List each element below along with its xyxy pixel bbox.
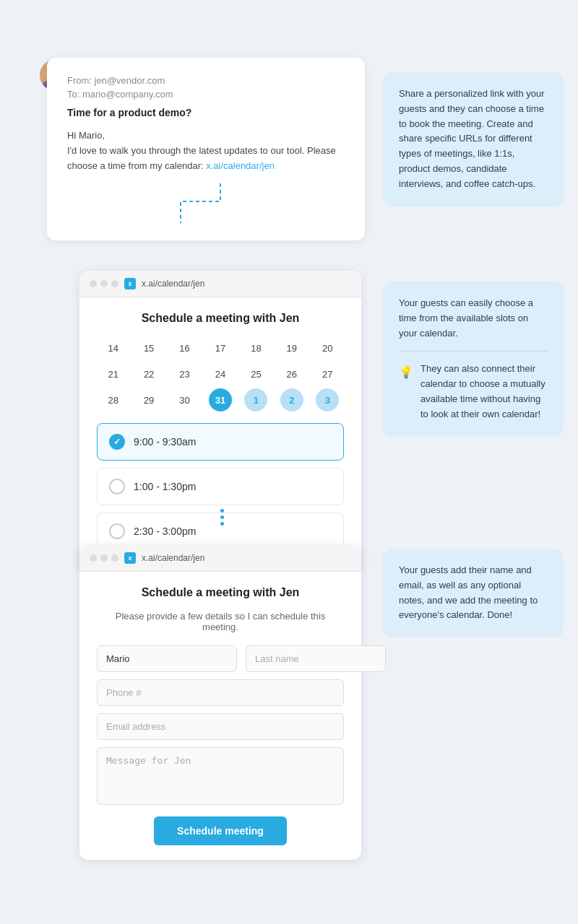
browser-body-1: Schedule a meeting with Jen 14 15 16 17 …: [79, 297, 361, 572]
calendar-grid: 14 15 16 17 18 19 20 21 22 23 24 25 26 2…: [97, 336, 344, 411]
name-row: [97, 645, 344, 672]
dot-4: [90, 554, 97, 562]
cal-31[interactable]: 31: [209, 388, 232, 411]
cal-30[interactable]: 30: [173, 388, 197, 411]
dot-5: [100, 554, 108, 562]
dot-6: [111, 554, 118, 562]
calendar-browser: x x.ai/calendar/jen Schedule a meeting w…: [79, 271, 361, 572]
cal-18[interactable]: 18: [244, 336, 267, 359]
cal-26[interactable]: 26: [280, 362, 303, 385]
dot-v-3: [220, 522, 224, 526]
time-label-1: 9:00 - 9:30am: [134, 436, 196, 448]
email-from: From: jen@vendor.com: [67, 75, 345, 86]
time-slot-1[interactable]: 9:00 - 9:30am: [97, 423, 344, 461]
browser-logo-1: x: [124, 278, 136, 289]
dot-v-1: [220, 509, 224, 513]
browser-dots-2: [90, 554, 118, 562]
cal-17[interactable]: 17: [209, 336, 232, 359]
dot-3: [111, 280, 118, 287]
browser-body-2: Schedule a meeting with Jen Please provi…: [79, 572, 361, 860]
cal-1[interactable]: 1: [244, 388, 267, 411]
cal-2[interactable]: 2: [280, 388, 303, 411]
phone-row: [97, 679, 344, 706]
cal-24[interactable]: 24: [209, 362, 232, 385]
time-slot-2[interactable]: 1:00 - 1:30pm: [97, 468, 344, 505]
dot-1: [90, 280, 97, 287]
dotted-connector: [170, 183, 242, 223]
cal-25[interactable]: 25: [244, 362, 267, 385]
cal-15[interactable]: 15: [137, 336, 160, 359]
calendar-title: Schedule a meeting with Jen: [97, 312, 344, 325]
radio-2: [109, 479, 125, 494]
form-subtitle: Please provide a few details so I can sc…: [97, 611, 344, 632]
time-label-2: 1:00 - 1:30pm: [134, 481, 196, 492]
email-to: To: mario@company.com: [67, 89, 345, 100]
bulb-icon: 💡: [399, 363, 413, 382]
email-card: From: jen@vendor.com To: mario@company.c…: [47, 58, 365, 240]
form-title: Schedule a meeting with Jen: [97, 586, 344, 599]
cal-3[interactable]: 3: [316, 388, 339, 411]
info-bubble-2-sub: 💡 They can also connect their calendar t…: [399, 351, 548, 422]
cal-28[interactable]: 28: [102, 388, 125, 411]
cal-16[interactable]: 16: [173, 336, 197, 359]
first-name-input[interactable]: [97, 645, 237, 672]
radio-3: [109, 523, 125, 539]
form-browser: x x.ai/calendar/jen Schedule a meeting w…: [79, 545, 361, 860]
time-label-3: 2:30 - 3:00pm: [134, 526, 196, 537]
browser-chrome-1: x x.ai/calendar/jen: [79, 271, 361, 297]
dot-2: [100, 280, 108, 287]
vertical-connector: [220, 509, 224, 526]
email-input[interactable]: [97, 713, 344, 740]
info-bubble-1: Share a personalized link with your gues…: [383, 72, 564, 206]
email-row: [97, 713, 344, 740]
browser-chrome-2: x x.ai/calendar/jen: [79, 545, 361, 572]
email-subject: Time for a product demo?: [67, 107, 345, 118]
browser-url-1: x.ai/calendar/jen: [142, 279, 204, 289]
dot-v-2: [220, 515, 224, 519]
email-body: Hi Mario, I'd love to walk you through t…: [67, 128, 345, 173]
calendar-link[interactable]: x.ai/calendar/jen: [206, 160, 275, 171]
cal-23[interactable]: 23: [173, 362, 197, 385]
browser-dots-1: [90, 280, 118, 287]
browser-logo-2: x: [124, 552, 136, 564]
cal-29[interactable]: 29: [137, 388, 160, 411]
schedule-meeting-button[interactable]: Schedule meeting: [154, 816, 287, 845]
info-bubble-3: Your guests add their name and email, as…: [383, 549, 564, 637]
message-textarea[interactable]: [97, 747, 344, 805]
radio-1: [109, 434, 125, 450]
cal-19[interactable]: 19: [280, 336, 303, 359]
browser-url-2: x.ai/calendar/jen: [142, 553, 204, 563]
cal-27[interactable]: 27: [316, 362, 339, 385]
cal-22[interactable]: 22: [137, 362, 160, 385]
phone-input[interactable]: [97, 679, 344, 706]
cal-20[interactable]: 20: [316, 336, 339, 359]
cal-14[interactable]: 14: [102, 336, 125, 359]
cal-21[interactable]: 21: [102, 362, 125, 385]
page-wrapper: From: jen@vendor.com To: mario@company.c…: [0, 0, 578, 924]
info-bubble-2: Your guests can easily choose a time fro…: [383, 282, 564, 437]
last-name-input[interactable]: [246, 645, 386, 672]
